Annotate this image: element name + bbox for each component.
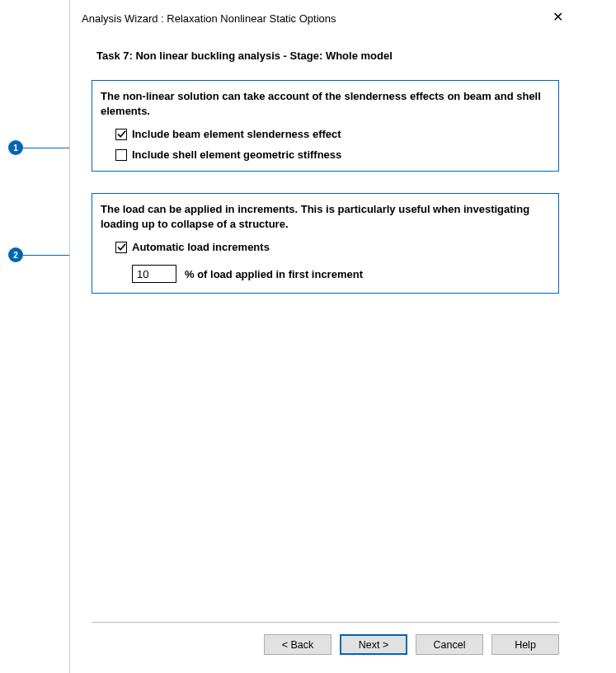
callout-badge-1: 1: [8, 140, 23, 155]
first-increment-input[interactable]: [132, 265, 176, 283]
first-increment-suffix: % of load applied in first increment: [185, 268, 363, 280]
load-increments-description: The load can be applied in increments. T…: [101, 202, 550, 231]
button-row: < Back Next > Cancel Help: [92, 634, 559, 655]
checkmark-icon: [117, 242, 126, 252]
dialog-window: Analysis Wizard : Relaxation Nonlinear S…: [69, 0, 581, 673]
footer-separator: [92, 622, 559, 623]
help-button[interactable]: Help: [491, 634, 559, 655]
task-stage-label: Task 7: Non linear buckling analysis - S…: [92, 49, 559, 62]
checkmark-icon: [117, 129, 126, 139]
beam-slenderness-row[interactable]: Include beam element slenderness effect: [115, 128, 550, 140]
dialog-title: Analysis Wizard : Relaxation Nonlinear S…: [82, 12, 336, 25]
dialog-content: Task 7: Non linear buckling analysis - S…: [70, 35, 581, 294]
dialog-footer: < Back Next > Cancel Help: [92, 622, 559, 655]
slenderness-section: The non-linear solution can take account…: [92, 80, 559, 172]
close-icon[interactable]: ✕: [546, 8, 569, 28]
beam-slenderness-label: Include beam element slenderness effect: [132, 128, 341, 140]
beam-slenderness-checkbox[interactable]: [115, 129, 127, 140]
load-increments-section: The load can be applied in increments. T…: [92, 193, 559, 294]
shell-stiffness-label: Include shell element geometric stiffnes…: [132, 148, 341, 161]
titlebar: Analysis Wizard : Relaxation Nonlinear S…: [70, 0, 581, 35]
next-button[interactable]: Next >: [340, 634, 407, 655]
auto-increments-row[interactable]: Automatic load increments: [115, 241, 550, 253]
auto-increments-checkbox[interactable]: [115, 242, 127, 253]
cancel-button[interactable]: Cancel: [416, 634, 483, 655]
slenderness-description: The non-linear solution can take account…: [101, 89, 550, 118]
first-increment-row: % of load applied in first increment: [132, 265, 550, 283]
shell-stiffness-checkbox[interactable]: [115, 149, 127, 161]
shell-stiffness-row[interactable]: Include shell element geometric stiffnes…: [115, 148, 550, 161]
callout-badge-2: 2: [8, 247, 23, 262]
auto-increments-label: Automatic load increments: [132, 241, 270, 253]
back-button[interactable]: < Back: [264, 634, 332, 655]
